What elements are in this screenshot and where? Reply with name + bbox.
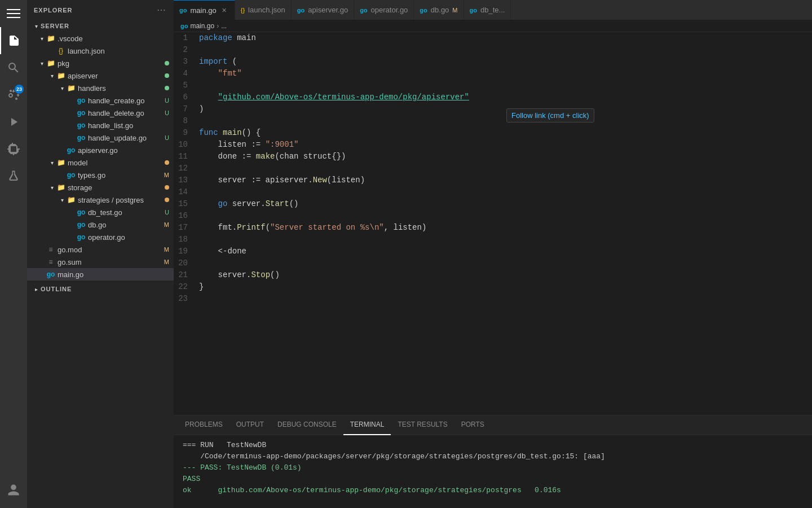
- handle-list-item[interactable]: ▸ go handle_list.go: [27, 119, 174, 132]
- plain-token: ): [199, 104, 204, 113]
- handle-update-item[interactable]: ▸ go handle_update.go U: [27, 132, 174, 144]
- panel-tab-terminal[interactable]: TERMINAL: [343, 415, 391, 435]
- tab-db-label: db.go: [431, 6, 449, 14]
- new-file-icon[interactable]: ⋯: [156, 3, 167, 16]
- code-line-18: 18: [174, 234, 812, 246]
- sum-icon: ≡: [46, 257, 55, 266]
- json-icon: {}: [56, 46, 65, 55]
- operator-go-item[interactable]: ▸ go operator.go: [27, 231, 174, 243]
- code-line-10: 10 listen := ":9001": [174, 139, 812, 151]
- folder-icon-pkg: 📁: [46, 59, 55, 68]
- storage-folder[interactable]: ▾ 📁 storage: [27, 181, 174, 194]
- db-go-item[interactable]: ▸ go db.go M: [27, 218, 174, 231]
- line-number: 7: [174, 103, 199, 115]
- line-number: 3: [174, 56, 199, 68]
- testing-icon[interactable]: [0, 163, 27, 190]
- apiserver-go-item[interactable]: ▸ go apiserver.go: [27, 144, 174, 156]
- plain-token: server := apiserver.: [199, 176, 313, 185]
- line-number: 22: [174, 281, 199, 293]
- code-line-3: 3import (: [174, 56, 812, 68]
- tab-main-go-close[interactable]: ×: [220, 6, 229, 15]
- sidebar: EXPLORER ⋯ ▾ SERVER ▾ 📁 .vscode ▸ {} lau…: [27, 0, 174, 508]
- go-icon-db: go: [77, 220, 86, 229]
- model-folder[interactable]: ▾ 📁 model: [27, 156, 174, 169]
- launch-json-item[interactable]: ▸ {} launch.json: [27, 45, 174, 57]
- code-line-23: 23: [174, 293, 812, 305]
- go-icon-delete: go: [77, 108, 86, 117]
- db-test-item[interactable]: ▸ go db_test.go U: [27, 206, 174, 218]
- editor-content[interactable]: 1package main2 3import (4 "fmt"5 6 "gith…: [174, 32, 812, 415]
- apiserver-folder[interactable]: ▾ 📁 apiserver: [27, 69, 174, 82]
- panel-tab-output[interactable]: OUTPUT: [230, 415, 271, 435]
- handle-delete-item[interactable]: ▸ go handle_delete.go U: [27, 107, 174, 119]
- svg-rect-0: [7, 9, 20, 10]
- strategies-folder[interactable]: ▾ 📁 strategies / postgres: [27, 194, 174, 206]
- kw-token: func: [199, 128, 218, 137]
- go-icon-dbtest: go: [77, 208, 86, 217]
- tab-apiserver-go[interactable]: go apiserver.go: [292, 0, 354, 20]
- source-control-badge: 23: [15, 85, 24, 94]
- breadcrumb-file[interactable]: main.go: [190, 22, 214, 30]
- apiserver-chevron: ▾: [47, 71, 56, 80]
- server-chevron: ▾: [32, 21, 41, 30]
- explorer-icon[interactable]: [0, 27, 27, 54]
- panel-tab-debug-console[interactable]: DEBUG CONSOLE: [271, 415, 343, 435]
- menu-icon[interactable]: [0, 0, 27, 27]
- tab-db-go[interactable]: go db.go M: [414, 0, 464, 20]
- panel-tab-test-results[interactable]: TEST RESULTS: [391, 415, 454, 435]
- server-section-header[interactable]: ▾ SERVER: [27, 20, 174, 32]
- panel-tab-problems[interactable]: PROBLEMS: [178, 415, 230, 435]
- line-number: 2: [174, 44, 199, 56]
- code-line-5: 5: [174, 80, 812, 91]
- outline-section-header[interactable]: ▸ OUTLINE: [27, 283, 174, 295]
- plain-token: fmt.: [199, 223, 237, 232]
- breadcrumb-sep: ›: [217, 22, 219, 30]
- account-icon[interactable]: [0, 476, 27, 503]
- tab-bar: go main.go × {} launch.json go apiserver…: [174, 0, 812, 20]
- main-go-item[interactable]: ▸ go main.go: [27, 268, 174, 281]
- types-go-item[interactable]: ▸ go types.go M: [27, 169, 174, 181]
- search-icon[interactable]: [0, 54, 27, 81]
- vscode-folder-label: .vscode: [58, 34, 174, 43]
- sidebar-title: EXPLORER: [34, 7, 73, 14]
- tab-launch-json[interactable]: {} launch.json: [235, 0, 292, 20]
- kw-token: package: [199, 33, 232, 42]
- code-line-2: 2: [174, 44, 812, 56]
- handlers-folder[interactable]: ▾ 📁 handlers: [27, 82, 174, 94]
- tab-operator-go[interactable]: go operator.go: [354, 0, 414, 20]
- line-number: 12: [174, 163, 199, 174]
- tab-main-go[interactable]: go main.go ×: [174, 0, 235, 20]
- plain-token: () {: [242, 128, 261, 137]
- link-token[interactable]: "github.com/Above-os/terminus-app-demo/p…: [218, 93, 469, 102]
- activity-bar-top: 23: [0, 0, 27, 476]
- source-control-icon[interactable]: 23: [0, 81, 27, 108]
- fn-token: Stop: [251, 270, 270, 279]
- go-mod-item[interactable]: ▸ ≡ go.mod M: [27, 243, 174, 256]
- pkg-folder[interactable]: ▾ 📁 pkg: [27, 57, 174, 69]
- plain-token: server.: [199, 270, 251, 279]
- handle-delete-badge: U: [165, 110, 169, 116]
- panel-terminal-content[interactable]: === RUN TestNewDB /Code/terminus-app-dem…: [174, 435, 812, 508]
- panel-tab-ports[interactable]: PORTS: [454, 415, 491, 435]
- code-line-14: 14: [174, 186, 812, 198]
- vscode-folder[interactable]: ▾ 📁 .vscode: [27, 32, 174, 45]
- panel-tabs: PROBLEMS OUTPUT DEBUG CONSOLE TERMINAL T…: [174, 415, 812, 435]
- tab-db-test[interactable]: go db_te...: [464, 0, 511, 20]
- line-content: [199, 115, 812, 127]
- fn-token: Start: [266, 199, 289, 208]
- handle-create-item[interactable]: ▸ go handle_create.go U: [27, 94, 174, 107]
- tab-main-go-icon: go: [179, 7, 187, 14]
- code-line-8: 8: [174, 115, 812, 127]
- extensions-icon[interactable]: [0, 135, 27, 163]
- file-tree: ▾ SERVER ▾ 📁 .vscode ▸ {} launch.json ▾ …: [27, 20, 174, 508]
- tooltip-link-text[interactable]: Follow link (cmd + click): [511, 111, 589, 120]
- outline-chevron: ▸: [32, 284, 41, 294]
- strategies-chevron: ▾: [58, 195, 67, 204]
- run-debug-icon[interactable]: [0, 108, 27, 135]
- folder-icon-storage: 📁: [56, 183, 65, 192]
- line-content: [199, 80, 812, 91]
- plain-token: main: [232, 33, 256, 42]
- go-sum-item[interactable]: ▸ ≡ go.sum M: [27, 256, 174, 268]
- line-content: fmt.Printf("Server started on %s\n", lis…: [199, 222, 812, 234]
- panel: PROBLEMS OUTPUT DEBUG CONSOLE TERMINAL T…: [174, 415, 812, 508]
